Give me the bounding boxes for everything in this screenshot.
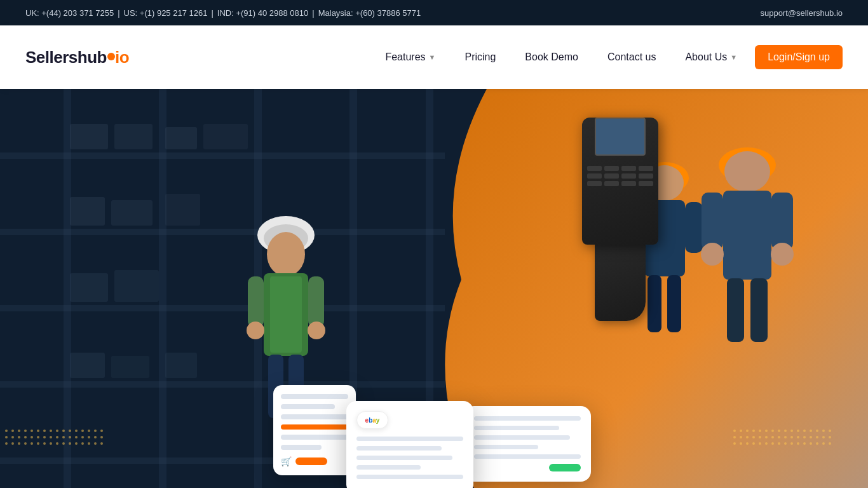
- scanner-screen: [595, 118, 646, 156]
- scanner-key-1: [587, 166, 602, 171]
- svg-rect-20: [111, 356, 149, 378]
- about-chevron-icon: ▼: [730, 53, 737, 61]
- svg-rect-10: [70, 124, 108, 149]
- svg-rect-1: [159, 89, 166, 488]
- ebay-letter-e: ebay: [365, 417, 380, 424]
- nav-item-about: About Us ▼: [674, 46, 749, 68]
- card-row-3: [281, 414, 348, 419]
- logo-sellers-text: Sellershub: [25, 48, 107, 67]
- ebay-line-1: [356, 437, 463, 441]
- nav-item-login: Login/Sign up: [755, 45, 843, 69]
- navbar: Sellershubio Features ▼ Pricing Book Dem…: [0, 25, 868, 89]
- svg-rect-17: [70, 273, 108, 302]
- scanner-key-10: [604, 181, 619, 186]
- svg-rect-11: [114, 124, 153, 149]
- nav-about-link[interactable]: About Us ▼: [674, 46, 749, 68]
- card-row-5: [281, 445, 322, 450]
- nav-login-label: Login/Sign up: [768, 51, 830, 63]
- scanner-key-9: [587, 181, 602, 186]
- nav-login-link[interactable]: Login/Sign up: [755, 45, 843, 69]
- ebay-line-3: [356, 456, 452, 460]
- svg-rect-44: [771, 193, 793, 250]
- svg-rect-15: [111, 200, 153, 226]
- phone-us: US: +(1) 925 217 1261: [124, 8, 208, 18]
- dots-bottom-right: [728, 424, 830, 488]
- svg-rect-21: [165, 353, 197, 378]
- svg-point-30: [308, 322, 325, 339]
- svg-rect-47: [727, 278, 744, 342]
- scanner-key-3: [621, 166, 636, 171]
- invoice-line-3: [474, 435, 570, 440]
- floating-ui-cards: 🛒 ebay: [273, 385, 591, 488]
- svg-rect-26: [270, 276, 302, 353]
- svg-rect-13: [203, 124, 248, 149]
- nav-features-link[interactable]: Features ▼: [374, 46, 447, 68]
- top-bar: UK: +(44) 203 371 7255 | US: +(1) 925 21…: [0, 0, 868, 25]
- nav-book-demo-link[interactable]: Book Demo: [513, 46, 590, 68]
- svg-rect-12: [165, 127, 197, 149]
- nav-item-contact: Contact us: [596, 46, 667, 68]
- nav-features-label: Features: [385, 51, 425, 63]
- ebay-line-2: [356, 446, 442, 451]
- svg-point-29: [247, 322, 264, 339]
- svg-rect-28: [308, 276, 324, 327]
- scanner-key-11: [621, 181, 636, 186]
- card-row-active: [281, 424, 348, 430]
- card-invoice: [464, 406, 591, 482]
- separator-3: |: [312, 8, 314, 18]
- card-ebay: ebay: [346, 401, 473, 488]
- scanner-key-7: [621, 173, 636, 179]
- features-chevron-icon: ▼: [429, 53, 436, 61]
- orange-pill: [295, 458, 327, 465]
- card-row-1: [281, 394, 348, 399]
- nav-contact-link[interactable]: Contact us: [596, 46, 667, 68]
- svg-rect-37: [685, 202, 703, 253]
- ebay-line-4: [356, 465, 421, 470]
- logo-io-text: io: [115, 48, 129, 67]
- nav-pricing-link[interactable]: Pricing: [453, 46, 507, 68]
- scanner-key-12: [639, 181, 653, 186]
- svg-rect-48: [750, 278, 768, 342]
- dots-bottom-left: [0, 424, 102, 488]
- phone-numbers: UK: +(44) 203 371 7255 | US: +(1) 925 21…: [25, 8, 421, 18]
- phone-my: Malaysia: +(60) 37886 5771: [318, 8, 421, 18]
- card-row-2: [281, 404, 335, 409]
- hero-section: 🛒 ebay: [0, 89, 868, 488]
- scanner-key-4: [639, 166, 653, 171]
- scanner-key-6: [604, 173, 619, 179]
- logo-dot-icon: [107, 53, 115, 60]
- svg-point-24: [267, 232, 305, 276]
- scanner-key-2: [604, 166, 619, 171]
- scanner-key-5: [587, 173, 602, 179]
- dot-grid-right: [728, 424, 830, 450]
- phone-uk: UK: +(44) 203 371 7255: [25, 8, 114, 18]
- scanner-key-8: [639, 173, 653, 179]
- svg-point-45: [701, 243, 724, 266]
- ebay-logo: ebay: [356, 411, 388, 429]
- scanner-device: [563, 108, 677, 349]
- card-row-4: [281, 435, 348, 440]
- nav-pricing-label: Pricing: [465, 51, 496, 63]
- support-email-container: support@sellershub.io: [760, 8, 843, 18]
- green-pill: [549, 464, 581, 471]
- nav-links: Features ▼ Pricing Book Demo Contact us …: [374, 45, 843, 69]
- logo[interactable]: Sellershubio: [25, 48, 129, 67]
- phone-ind: IND: +(91) 40 2988 0810: [217, 8, 308, 18]
- svg-rect-42: [723, 191, 771, 280]
- nav-contact-label: Contact us: [607, 51, 656, 63]
- svg-rect-18: [114, 270, 159, 302]
- svg-rect-14: [70, 197, 105, 226]
- support-email-link[interactable]: support@sellershub.io: [760, 8, 843, 18]
- card-bottom-icons: 🛒: [281, 456, 348, 466]
- svg-rect-43: [702, 193, 723, 250]
- separator-1: |: [118, 8, 119, 18]
- nav-item-book-demo: Book Demo: [513, 46, 590, 68]
- scanner-handle: [595, 245, 646, 321]
- svg-rect-27: [248, 276, 264, 327]
- invoice-line-4: [474, 445, 538, 449]
- invoice-line-1: [474, 416, 581, 421]
- ebay-line-5: [356, 475, 463, 479]
- invoice-line-2: [474, 426, 559, 430]
- svg-point-46: [771, 243, 794, 266]
- scanner-keypad: [582, 161, 658, 191]
